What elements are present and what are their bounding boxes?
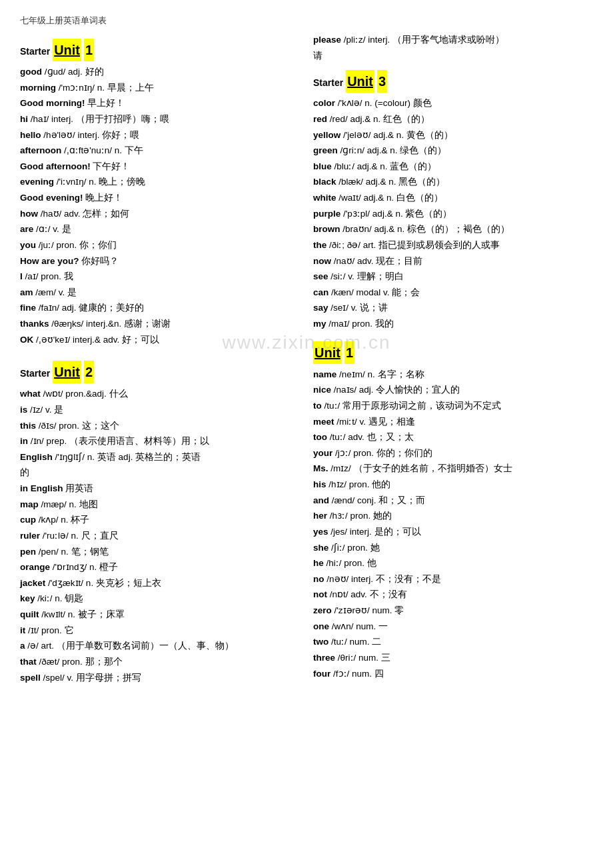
entry-a: a /ə/ art. （用于单数可数名词前）一（人、事、物） xyxy=(20,638,300,654)
entry-white: white /waɪt/ adj.& n. 白色（的） xyxy=(313,190,593,206)
starter-unit2-header: Starter Unit 2 xyxy=(20,361,300,383)
entry-name: name /neɪm/ n. 名字；名称 xyxy=(313,367,593,383)
entry-brown: brown /braʊn/ adj.& n. 棕色（的）；褐色（的） xyxy=(313,221,593,237)
left-column: Starter Unit 1 good /ɡud/ adj. 好的 mornin… xyxy=(20,32,306,685)
unit-word-2: Unit xyxy=(53,361,81,383)
entry-hello: hello /hə'ləʊ/ interj. 你好；喂 xyxy=(20,127,300,143)
entry-good-evening: Good evening! 晚上好！ xyxy=(20,190,300,206)
entry-how: how /haʊ/ adv. 怎样；如何 xyxy=(20,206,300,222)
entry-black: black /blæk/ adj.& n. 黑色（的） xyxy=(313,174,593,190)
right-column: please /pliːz/ interj. （用于客气地请求或吩咐）请 Sta… xyxy=(306,32,593,685)
entry-you: you /juː/ pron. 你；你们 xyxy=(20,237,300,253)
entry-are: are /ɑː/ v. 是 xyxy=(20,221,300,237)
entry-now: now /naʊ/ adv. 现在；目前 xyxy=(313,253,593,269)
entry-map: map /mæp/ n. 地图 xyxy=(20,497,300,513)
entry-this: this /ðɪs/ pron. 这；这个 xyxy=(20,418,300,434)
entry-to: to /tuː/ 常用于原形动词之前，该动词为不定式 xyxy=(313,398,593,414)
entry-I: I /aɪ/ pron. 我 xyxy=(20,269,300,285)
entry-pen: pen /pen/ n. 笔；钢笔 xyxy=(20,544,300,560)
entry-evening: evening /'iːvnɪŋ/ n. 晚上；傍晚 xyxy=(20,174,300,190)
entry-in: in /ɪn/ prep. （表示使用语言、材料等）用；以 xyxy=(20,433,300,449)
entry-is: is /ɪz/ v. 是 xyxy=(20,402,300,418)
entry-thanks: thanks /θæŋks/ interj.&n. 感谢；谢谢 xyxy=(20,316,300,332)
starter-unit2-entries: what /wɒt/ pron.&adj. 什么 is /ɪz/ v. 是 th… xyxy=(20,386,300,685)
entry-am: am /æm/ v. 是 xyxy=(20,285,300,301)
entry-see: see /siː/ v. 理解；明白 xyxy=(313,269,593,285)
entry-spell: spell /spel/ v. 用字母拼；拼写 xyxy=(20,670,300,686)
entry-cup: cup /kʌp/ n. 杯子 xyxy=(20,512,300,528)
entry-color: color /'kʌlə/ n. (=colour) 颜色 xyxy=(313,95,593,111)
entry-good: good /ɡud/ adj. 好的 xyxy=(20,64,300,80)
entry-her: her /hɜː/ pron. 她的 xyxy=(313,508,593,524)
entry-my: my /maɪ/ pron. 我的 xyxy=(313,316,593,332)
entry-green: green /ɡriːn/ adj.& n. 绿色（的） xyxy=(313,143,593,159)
starter-label-2: Starter xyxy=(20,366,50,382)
unit-num-3: 3 xyxy=(377,70,387,93)
entry-two: two /tuː/ num. 二 xyxy=(313,634,593,650)
entry-english: English /'ɪŋɡlɪʃ/ n. 英语 adj. 英格兰的；英语的 xyxy=(20,449,300,481)
entry-not: not /nɒt/ adv. 不；没有 xyxy=(313,587,593,603)
starter-unit3-entries: color /'kʌlə/ n. (=colour) 颜色 red /red/ … xyxy=(313,95,593,331)
entry-three: three /θriː/ num. 三 xyxy=(313,650,593,666)
entry-morning: morning /'mɔːnɪŋ/ n. 早晨；上午 xyxy=(20,80,300,96)
entry-he: he /hiː/ pron. 他 xyxy=(313,555,593,571)
entry-the: the /ðiː; ðə/ art. 指已提到或易领会到的人或事 xyxy=(313,237,593,253)
unit-word-main1: Unit xyxy=(313,341,342,364)
entry-no: no /nəʊ/ interj. 不；没有；不是 xyxy=(313,571,593,587)
entry-ms: Ms. /mɪz/ （于女子的姓名前，不指明婚否）女士 xyxy=(313,461,593,477)
entry-say: say /seɪ/ v. 说；讲 xyxy=(313,300,593,316)
unit1-header: Unit 1 xyxy=(313,341,593,364)
entry-yes: yes /jes/ interj. 是的；可以 xyxy=(313,524,593,540)
entry-it: it /ɪt/ pron. 它 xyxy=(20,623,300,639)
entry-yellow: yellow /'jeləʊ/ adj.& n. 黄色（的） xyxy=(313,127,593,143)
entry-red: red /red/ adj.& n. 红色（的） xyxy=(313,111,593,127)
entry-his: his /hɪz/ pron. 他的 xyxy=(313,477,593,493)
entry-good-afternoon: Good afternoon! 下午好！ xyxy=(20,159,300,175)
entry-one: one /wʌn/ num. 一 xyxy=(313,619,593,635)
entry-four: four /fɔː/ num. 四 xyxy=(313,666,593,682)
starter-unit1-entries: good /ɡud/ adj. 好的 morning /'mɔːnɪŋ/ n. … xyxy=(20,64,300,347)
entry-that: that /ðæt/ pron. 那；那个 xyxy=(20,654,300,670)
entry-too: too /tuː/ adv. 也；又；太 xyxy=(313,429,593,445)
entry-please: please /pliːz/ interj. （用于客气地请求或吩咐）请 xyxy=(313,32,593,63)
entry-good-morning: Good morning! 早上好！ xyxy=(20,95,300,111)
unit-word-3: Unit xyxy=(346,70,374,93)
starter-label-1: Starter xyxy=(20,44,50,60)
unit1-entries: name /neɪm/ n. 名字；名称 nice /naɪs/ adj. 令人… xyxy=(313,367,593,682)
entry-quilt: quilt /kwɪlt/ n. 被子；床罩 xyxy=(20,607,300,623)
entry-purple: purple /'pɜːpl/ adj.& n. 紫色（的） xyxy=(313,206,593,222)
entry-meet: meet /miːt/ v. 遇见；相逢 xyxy=(313,414,593,430)
entry-fine: fine /faɪn/ adj. 健康的；美好的 xyxy=(20,300,300,316)
entry-afternoon: afternoon /ˌɑːftə'nuːn/ n. 下午 xyxy=(20,143,300,159)
entry-ok: OK /ˌəʊ'keɪ/ interj.& adv. 好；可以 xyxy=(20,332,300,348)
entry-how-are-you: How are you? 你好吗？ xyxy=(20,253,300,269)
entry-nice: nice /naɪs/ adj. 令人愉快的；宜人的 xyxy=(313,382,593,398)
entry-jacket: jacket /'dʒækɪt/ n. 夹克衫；短上衣 xyxy=(20,575,300,591)
entry-blue: blue /bluː/ adj.& n. 蓝色（的） xyxy=(313,159,593,175)
starter-label-3: Starter xyxy=(313,75,343,91)
unit-num-main1: 1 xyxy=(344,341,354,364)
entry-in-english: in English 用英语 xyxy=(20,481,300,497)
entry-ruler: ruler /'ruːlə/ n. 尺；直尺 xyxy=(20,528,300,544)
entry-key: key /kiː/ n. 钥匙 xyxy=(20,591,300,607)
page-title: 七年级上册英语单词表 xyxy=(20,13,593,28)
entry-zero: zero /'zɪərəʊ/ num. 零 xyxy=(313,603,593,619)
unit-num-1: 1 xyxy=(84,39,94,61)
unit-word-1: Unit xyxy=(53,39,81,61)
unit-num-2: 2 xyxy=(84,361,94,383)
starter-unit1-header: Starter Unit 1 xyxy=(20,39,300,61)
entry-and: and /ænd/ conj. 和；又；而 xyxy=(313,493,593,509)
entry-orange: orange /'ɒrɪndʒ/ n. 橙子 xyxy=(20,559,300,575)
entry-can: can /kæn/ modal v. 能；会 xyxy=(313,285,593,301)
entry-hi: hi /haɪ/ interj. （用于打招呼）嗨；喂 xyxy=(20,111,300,127)
starter-unit3-header: Starter Unit 3 xyxy=(313,70,593,93)
entry-she: she /ʃiː/ pron. 她 xyxy=(313,540,593,556)
entry-your: your /jɔː/ pron. 你的；你们的 xyxy=(313,445,593,461)
entry-what: what /wɒt/ pron.&adj. 什么 xyxy=(20,386,300,402)
